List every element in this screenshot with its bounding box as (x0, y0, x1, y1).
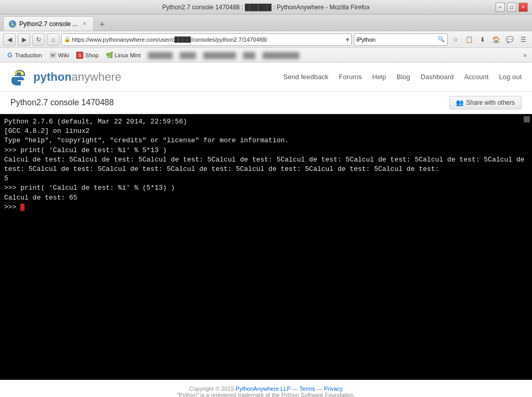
bookmark-star-button[interactable]: ☆ (450, 34, 461, 45)
url-input[interactable] (72, 36, 344, 43)
window-title: Python2.7 console 1470488 : ██████ : Pyt… (162, 4, 370, 11)
shop-icon: S (76, 52, 83, 59)
share-btn-label: Share with others (466, 99, 515, 106)
bookmark-blurred-5-label: █████████ (263, 52, 299, 58)
footer-trademark: "Python" is a registered trademark of th… (5, 392, 527, 397)
tab-bar: 🐍 Python2.7 console ... × + (0, 15, 532, 31)
share-icon: 👥 (456, 99, 464, 106)
nav-blog[interactable]: Blog (397, 73, 410, 81)
bookmark-list-button[interactable]: 📋 (463, 34, 475, 45)
bookmark-blurred-2-label: ████ (180, 52, 196, 58)
share-with-others-button[interactable]: 👥 Share with others (449, 96, 522, 109)
footer-sep2: — (315, 386, 324, 392)
lock-icon: 🔒 (64, 36, 70, 42)
console-title-bar: Python2.7 console 1470488 👥 Share with o… (0, 92, 532, 114)
tab-label: Python2.7 console ... (19, 20, 78, 28)
back-button[interactable]: ◀ (3, 33, 16, 46)
console-cursor (20, 204, 24, 211)
logo-area[interactable]: pythonanywhere (10, 68, 121, 86)
logo-icon (10, 68, 29, 86)
close-button[interactable]: × (518, 3, 528, 12)
minimize-button[interactable]: − (496, 3, 505, 12)
nav-dashboard[interactable]: Dashboard (420, 73, 454, 81)
bookmark-linux-mint-label: Linux Mint (115, 52, 141, 58)
nav-links: Send feedback Forums Help Blog Dashboard… (283, 73, 522, 81)
bookmark-blurred-1-label: ██████ (148, 52, 172, 58)
footer-privacy-link[interactable]: Privacy (324, 386, 343, 392)
chat-button[interactable]: 💬 (504, 34, 515, 45)
bookmark-wiki[interactable]: W Wiki (46, 51, 72, 60)
search-input[interactable] (356, 36, 436, 43)
tab-close-button[interactable]: × (81, 20, 88, 28)
traduction-icon: G (6, 52, 14, 59)
maximize-button[interactable]: □ (507, 3, 516, 12)
forward-button[interactable]: ▶ (18, 33, 30, 46)
bookmark-blurred-2[interactable]: ████ (177, 51, 199, 59)
active-tab[interactable]: 🐍 Python2.7 console ... × (3, 16, 94, 31)
download-button[interactable]: ⬇ (477, 34, 488, 45)
linux-mint-icon: 🌿 (106, 52, 113, 59)
bookmark-traduction-label: Traduction (15, 52, 42, 58)
bookmark-blurred-4[interactable]: ███ (240, 51, 258, 59)
console-title: Python2.7 console 1470488 (10, 98, 114, 107)
window-titlebar: Python2.7 console 1470488 : ██████ : Pyt… (0, 0, 532, 15)
console-empty-area (0, 218, 532, 380)
console-line-4: >>> print( 'Calcul de test: %i' % 5*13 ) (4, 146, 528, 155)
svg-point-0 (21, 72, 23, 73)
nav-send-feedback[interactable]: Send feedback (283, 73, 328, 81)
url-refresh-icon[interactable]: ▾ (346, 36, 349, 43)
bookmarks-more-button[interactable]: » (521, 51, 529, 60)
nav-logout[interactable]: Log out (499, 73, 522, 81)
bookmark-linux-mint[interactable]: 🌿 Linux Mint (103, 51, 144, 60)
nav-account[interactable]: Account (464, 73, 489, 81)
console-resize-handle[interactable] (524, 116, 530, 122)
footer-copyright-line: Copyright © 2015 PythonAnywhere LLP — Te… (5, 386, 527, 392)
footer-brand-link[interactable]: PythonAnywhere LLP (236, 386, 291, 392)
home-nav-button[interactable]: 🏠 (490, 34, 502, 45)
new-tab-button[interactable]: + (96, 18, 108, 31)
bookmark-shop[interactable]: S Shop (73, 51, 102, 60)
bookmark-blurred-3-label: ████████ (203, 52, 236, 58)
search-bar[interactable]: 🔍 (354, 33, 448, 46)
search-icon[interactable]: 🔍 (438, 36, 445, 43)
site-header: pythonanywhere Send feedback Forums Help… (0, 63, 532, 92)
url-bar-row: ◀ ▶ ↻ ⌂ 🔒 ▾ 🔍 ☆ 📋 ⬇ 🏠 💬 ☰ (0, 31, 532, 48)
bookmark-blurred-5[interactable]: █████████ (259, 51, 302, 59)
wiki-icon: W (50, 52, 57, 59)
nav-forums[interactable]: Forums (339, 73, 362, 81)
bookmark-shop-label: Shop (85, 52, 98, 58)
site-footer: Copyright © 2015 PythonAnywhere LLP — Te… (0, 380, 532, 397)
url-bar[interactable]: 🔒 ▾ (61, 33, 352, 46)
nav-help[interactable]: Help (372, 73, 386, 81)
console-line-1: Python 2.7.6 (default, Mar 22 2014, 22:5… (4, 117, 528, 127)
bookmarks-bar: G Traduction W Wiki S Shop 🌿 Linux Mint … (0, 48, 532, 63)
console-terminal[interactable]: Python 2.7.6 (default, Mar 22 2014, 22:5… (0, 114, 532, 218)
console-line-3: Type "help", "copyright", "credits" or "… (4, 136, 528, 145)
console-line-6: 5 (4, 174, 528, 183)
footer-sep1: — (291, 386, 300, 392)
bookmark-blurred-3[interactable]: ████████ (200, 51, 239, 59)
refresh-button[interactable]: ↻ (32, 33, 45, 46)
footer-copyright-text: Copyright © 2015 (189, 386, 236, 392)
console-line-8: Calcul de test: 65 (4, 193, 528, 203)
console-line-7: >>> print( 'Calcul de test: %i' % (5*13)… (4, 183, 528, 193)
home-button[interactable]: ⌂ (47, 33, 59, 46)
footer-terms-link[interactable]: Terms (300, 386, 315, 392)
bookmark-wiki-label: Wiki (58, 52, 69, 58)
console-line-2: [GCC 4.8.2] on linux2 (4, 127, 528, 136)
console-prompt: >>> (4, 203, 20, 211)
console-prompt-line: >>> (4, 203, 528, 212)
bookmark-blurred-1[interactable]: ██████ (145, 51, 176, 59)
console-line-5: Calcul de test: 5Calcul de test: 5Calcul… (4, 155, 528, 174)
bookmark-blurred-4-label: ███ (243, 52, 255, 58)
window-controls: − □ × (496, 3, 528, 12)
console-wrapper: Python 2.7.6 (default, Mar 22 2014, 22:5… (0, 114, 532, 380)
logo-text: pythonanywhere (33, 70, 121, 84)
menu-button[interactable]: ☰ (517, 34, 529, 45)
bookmark-traduction[interactable]: G Traduction (3, 51, 45, 60)
tab-favicon: 🐍 (9, 20, 16, 28)
